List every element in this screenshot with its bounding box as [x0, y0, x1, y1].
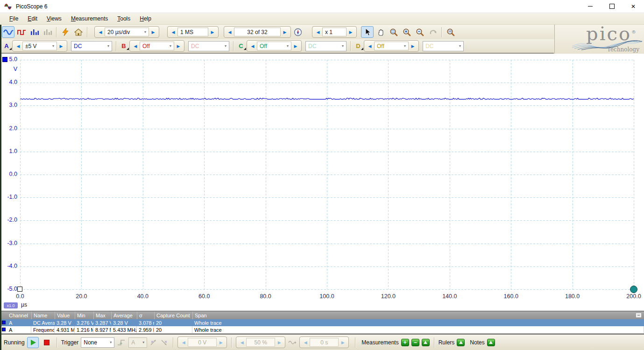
timebase-increase-button[interactable]: ▶ [149, 28, 157, 37]
channel-b-label[interactable]: B [120, 42, 127, 49]
sine-wave-icon [3, 28, 14, 36]
channel-c-label[interactable]: C [237, 42, 245, 49]
channel-a-range-select[interactable]: ±5 V▾ [22, 42, 57, 50]
measurement-cell-sigma: 2.959 M… [137, 326, 154, 333]
measurement-cell-average: 5.433 MHz [111, 326, 137, 333]
channel-b-range-value: Off [142, 43, 150, 49]
axis-zoom-badge[interactable]: x1.0 [4, 302, 18, 308]
measurement-cell-min: 1.216 MHz [75, 326, 93, 333]
selection-tool-button[interactable] [361, 26, 374, 38]
zoom-out-tool-button[interactable] [413, 26, 426, 38]
zoom-factor-field: x 1 [322, 28, 347, 36]
delete-measurement-button[interactable]: − [411, 339, 419, 346]
samples-decrease-button[interactable]: ◀ [169, 28, 177, 37]
delay-decrease-button[interactable]: ◀ [301, 338, 310, 347]
channel-a-range-prev-button[interactable]: ◀ [14, 42, 22, 51]
table-header-c3: Min [75, 311, 93, 319]
close-button[interactable]: ✕ [623, 0, 644, 13]
channel-d-range-next-button[interactable]: ▶ [409, 42, 417, 51]
buffer-previous-button[interactable]: ◀ [226, 28, 234, 37]
statusbar-separator [434, 337, 434, 348]
x-axis-tick-label: 140.0 [442, 293, 457, 300]
channel-c-range-next-button[interactable]: ▶ [291, 42, 300, 51]
minus-icon: − [414, 340, 417, 345]
menu-tools[interactable]: Tools [113, 14, 135, 23]
scope-view-button[interactable] [2, 26, 14, 38]
zoom-in-tool-button[interactable] [400, 26, 413, 38]
rulers-button[interactable] [457, 339, 465, 346]
stop-capture-button[interactable] [41, 337, 52, 348]
pretrigger-decrease-button[interactable]: ◀ [238, 338, 246, 347]
channel-c-range-value: Off [260, 43, 267, 49]
chevron-down-icon: ▾ [107, 340, 112, 344]
zoom-factor-increase-button[interactable]: ▶ [347, 28, 355, 37]
menu-edit[interactable]: Edit [23, 14, 42, 23]
add-measurement-button[interactable]: + [401, 339, 409, 346]
buffer-navigator-button[interactable] [291, 26, 304, 38]
delay-increase-button[interactable]: ▶ [339, 338, 347, 347]
triangle-icon [489, 341, 493, 344]
channel-b-range-prev-button[interactable]: ◀ [131, 42, 140, 51]
auto-setup-button[interactable] [59, 26, 71, 38]
channel-d-coupling-select: DC▾ [423, 41, 464, 51]
channel-b-range-select[interactable]: Off▾ [140, 42, 174, 50]
channel-d-label[interactable]: D [354, 42, 362, 49]
samples-increase-button[interactable]: ▶ [208, 28, 217, 37]
start-capture-button[interactable] [27, 337, 39, 348]
channel-d-range-value: Off [377, 43, 384, 49]
channel-d-coupling-value: DC [425, 43, 433, 49]
channel-c-range-prev-button[interactable]: ◀ [248, 42, 257, 51]
channel-c-range-select[interactable]: Off▾ [257, 42, 291, 50]
maximize-button[interactable] [601, 0, 623, 13]
channel-d-range-select[interactable]: Off▾ [374, 42, 409, 50]
timebase-select[interactable]: 20 µs/div▾ [105, 28, 149, 36]
status-bar: Running Trigger None▾ A▾ ◀ 0 V ▶ ◀ 50 % … [0, 334, 644, 350]
trigger-mode-select[interactable]: None▾ [81, 337, 114, 348]
samples-field[interactable]: 1 MS [177, 28, 208, 36]
trigger-position-handle[interactable] [630, 286, 637, 293]
notes-button[interactable] [487, 339, 495, 346]
corner-zoom-handle[interactable] [17, 287, 22, 292]
trigger-delay-control: ◀ 0 s ▶ [299, 336, 349, 348]
x-axis-tick-label: 80.0 [260, 293, 271, 300]
menu-views[interactable]: Views [42, 14, 66, 23]
measurement-row-frequency[interactable]: AFrequency4.931 MHz1.216 MHz8.927 MHz5.4… [0, 326, 644, 334]
trigger-mode-value: None [84, 339, 97, 346]
channel-a-coupling-select[interactable]: DC▾ [71, 41, 112, 51]
menu-measurements[interactable]: Measurements [66, 14, 113, 23]
channel-a-range-next-button[interactable]: ▶ [57, 42, 65, 51]
persistence-mode-button[interactable] [15, 26, 28, 38]
zoom-factor-decrease-button[interactable]: ◀ [314, 28, 322, 37]
minimize-button[interactable] [580, 0, 601, 13]
measurement-cell-capture_count: 20 [154, 326, 192, 333]
table-collapse-button[interactable] [636, 313, 641, 317]
channel-d-range-prev-button[interactable]: ◀ [366, 42, 374, 51]
scope-plot-area[interactable] [20, 60, 634, 290]
channel-b-range-next-button[interactable]: ▶ [174, 42, 183, 51]
magnifier-100-icon: 100 [446, 28, 455, 36]
pretrigger-increase-button[interactable]: ▶ [275, 338, 283, 347]
hand-tool-button[interactable] [374, 26, 387, 38]
channel-toolbar: A◀±5 V▾▶DC▾B◀Off▾▶DC▾C◀Off▾▶DC▾D◀Off▾▶DC… [0, 39, 554, 54]
buffer-next-button[interactable]: ▶ [281, 28, 289, 37]
channel-menu-corner-icon [9, 48, 12, 50]
home-button[interactable] [72, 26, 85, 38]
spectrum-mode-button[interactable] [28, 26, 41, 38]
channel-a-label[interactable]: A [3, 42, 10, 49]
measurement-cell-max: 3.287 V [93, 319, 111, 326]
buffer-position-value: 32 of 32 [247, 29, 267, 35]
menu-help[interactable]: Help [135, 14, 156, 23]
trigger-level-decrease-button[interactable]: ◀ [179, 338, 188, 347]
edit-measurement-button[interactable] [422, 339, 430, 346]
trigger-level-increase-button[interactable]: ▶ [217, 338, 225, 347]
timebase-decrease-button[interactable]: ◀ [96, 28, 105, 37]
statusbar-separator [57, 337, 57, 348]
menu-file[interactable]: File [5, 14, 23, 23]
y-axis-tick-label: 0.0 [0, 171, 17, 177]
marquee-zoom-tool-button[interactable] [387, 26, 400, 38]
trigger-level-value: 0 V [198, 339, 206, 346]
measurement-row-dc-average[interactable]: ADC Average3.28 V3.276 V3.287 V3.28 V3.0… [0, 319, 644, 326]
app-icon [4, 3, 13, 10]
toolbar-separator [441, 27, 442, 37]
zoom-full-button[interactable]: 100 [444, 26, 457, 38]
